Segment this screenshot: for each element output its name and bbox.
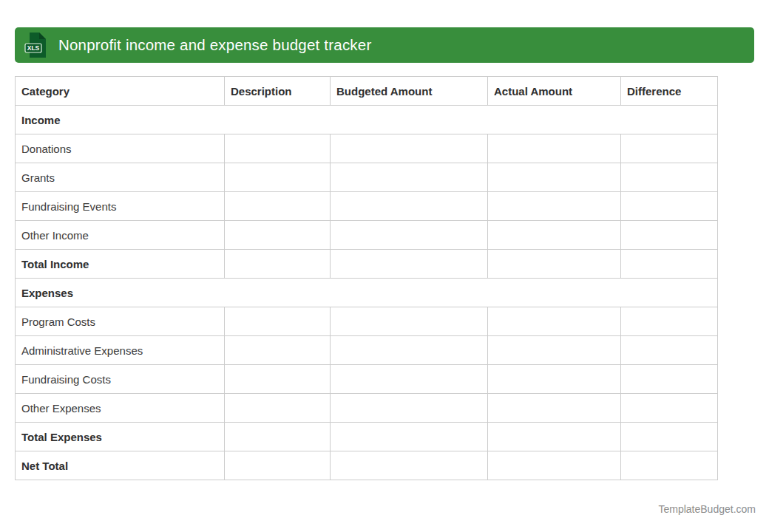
row-label: Expenses (16, 279, 718, 307)
cell-budgeted-amount (331, 394, 488, 423)
cell-actual-amount (488, 451, 621, 480)
cell-description (225, 394, 331, 423)
cell-description (225, 336, 331, 365)
cell-description (225, 192, 331, 221)
budget-table-head: Category Description Budgeted Amount Act… (16, 77, 718, 106)
cell-actual-amount (488, 221, 621, 250)
table-row: Program Costs (16, 307, 718, 336)
cell-description (225, 134, 331, 163)
cell-difference (621, 423, 718, 451)
cell-difference (621, 250, 718, 279)
row-label: Fundraising Costs (16, 365, 225, 394)
table-row: Net Total (16, 451, 718, 480)
header-row: Category Description Budgeted Amount Act… (16, 77, 718, 106)
table-row: Total Expenses (16, 423, 718, 451)
column-header-actual-amount: Actual Amount (488, 77, 621, 106)
row-label: Total Income (16, 250, 225, 279)
row-label: Other Income (16, 221, 225, 250)
cell-budgeted-amount (331, 134, 488, 163)
cell-actual-amount (488, 365, 621, 394)
xls-file-icon: XLS (24, 32, 47, 58)
cell-budgeted-amount (331, 163, 488, 192)
section-row: Expenses (16, 279, 718, 307)
cell-description (225, 451, 331, 480)
cell-budgeted-amount (331, 365, 488, 394)
table-row: Total Income (16, 250, 718, 279)
row-label: Net Total (16, 451, 225, 480)
page: XLS Nonprofit income and expense budget … (0, 0, 769, 532)
cell-budgeted-amount (331, 423, 488, 451)
cell-difference (621, 336, 718, 365)
cell-difference (621, 221, 718, 250)
column-header-description: Description (225, 77, 331, 106)
page-title: Nonprofit income and expense budget trac… (58, 36, 371, 54)
cell-description (225, 163, 331, 192)
cell-difference (621, 394, 718, 423)
cell-description (225, 423, 331, 451)
cell-budgeted-amount (331, 221, 488, 250)
cell-actual-amount (488, 394, 621, 423)
table-row: Administrative Expenses (16, 336, 718, 365)
budget-table-body: IncomeDonationsGrantsFundraising EventsO… (16, 106, 718, 480)
row-label: Grants (16, 163, 225, 192)
cell-difference (621, 451, 718, 480)
cell-budgeted-amount (331, 307, 488, 336)
table-row: Other Expenses (16, 394, 718, 423)
cell-description (225, 250, 331, 279)
cell-difference (621, 163, 718, 192)
cell-difference (621, 134, 718, 163)
cell-description (225, 307, 331, 336)
cell-actual-amount (488, 423, 621, 451)
cell-difference (621, 307, 718, 336)
column-header-budgeted-amount: Budgeted Amount (331, 77, 488, 106)
footer-credit: TemplateBudget.com (658, 503, 756, 515)
column-header-difference: Difference (621, 77, 718, 106)
table-row: Donations (16, 134, 718, 163)
row-label: Program Costs (16, 307, 225, 336)
row-label: Donations (16, 134, 225, 163)
cell-actual-amount (488, 163, 621, 192)
cell-actual-amount (488, 307, 621, 336)
section-row: Income (16, 106, 718, 134)
table-row: Grants (16, 163, 718, 192)
cell-budgeted-amount (331, 192, 488, 221)
cell-actual-amount (488, 250, 621, 279)
table-row: Fundraising Events (16, 192, 718, 221)
row-label: Fundraising Events (16, 192, 225, 221)
cell-actual-amount (488, 192, 621, 221)
xls-badge-label: XLS (27, 44, 40, 52)
cell-budgeted-amount (331, 336, 488, 365)
cell-budgeted-amount (331, 451, 488, 480)
cell-description (225, 221, 331, 250)
cell-actual-amount (488, 134, 621, 163)
budget-table: Category Description Budgeted Amount Act… (15, 76, 718, 480)
cell-description (225, 365, 331, 394)
row-label: Total Expenses (16, 423, 225, 451)
folded-corner (39, 33, 46, 39)
table-row: Other Income (16, 221, 718, 250)
table-row: Fundraising Costs (16, 365, 718, 394)
row-label: Administrative Expenses (16, 336, 225, 365)
cell-difference (621, 365, 718, 394)
column-header-category: Category (16, 77, 225, 106)
row-label: Other Expenses (16, 394, 225, 423)
cell-difference (621, 192, 718, 221)
cell-actual-amount (488, 336, 621, 365)
cell-budgeted-amount (331, 250, 488, 279)
header-bar: XLS Nonprofit income and expense budget … (15, 27, 754, 63)
row-label: Income (16, 106, 718, 134)
